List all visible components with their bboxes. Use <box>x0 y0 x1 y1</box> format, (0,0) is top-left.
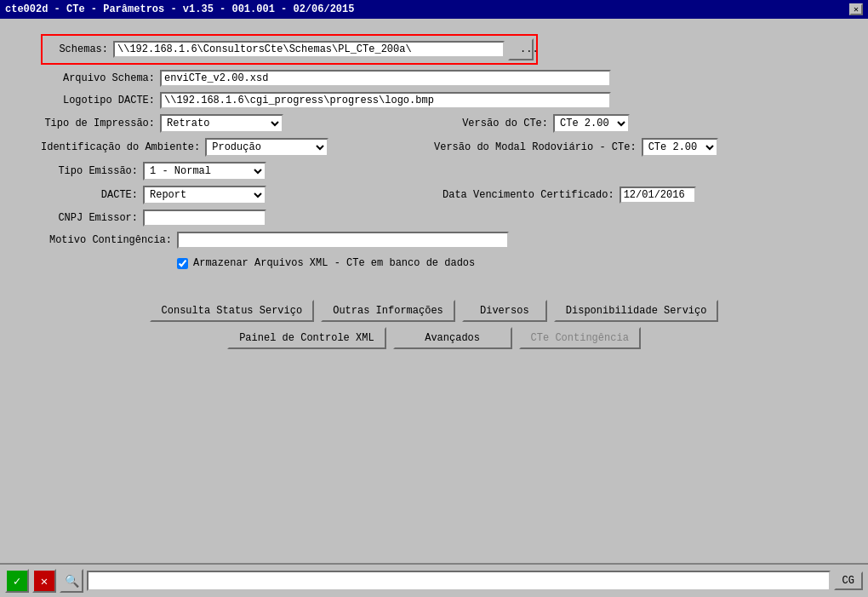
cnpj-input[interactable] <box>143 210 266 227</box>
logotipo-row: Logotipo DACTE: <box>41 92 827 109</box>
dacte-label: DACTE: <box>41 189 143 201</box>
close-button[interactable]: ✕ <box>849 3 863 15</box>
outras-informacoes-button[interactable]: Outras Informações <box>321 300 455 322</box>
tipo-impressao-col: Tipo de Impressão: Retrato Paisagem <box>41 114 425 133</box>
button-area: Consulta Status Serviço Outras Informaçõ… <box>41 300 827 349</box>
status-input[interactable] <box>87 571 831 591</box>
check-icon: ✓ <box>14 574 20 588</box>
schemas-row: Schemas: ... <box>41 34 827 65</box>
painel-controle-button[interactable]: Painel de Controle XML <box>227 327 385 349</box>
identificacao-row: Identificação do Ambiente: Produção Homo… <box>41 138 827 157</box>
schemas-browse-button[interactable]: ... <box>508 38 534 60</box>
form-panel: Schemas: ... Arquivo Schema: Logotipo DA… <box>7 26 861 556</box>
tipo-emissao-col: Tipo Emissão: 1 - Normal 2 - EPEC <box>41 162 827 181</box>
identificacao-select[interactable]: Produção Homologação <box>205 138 328 157</box>
versao-cte-col: Versão do CTe: CTe 2.00 CTe 3.00 <box>443 114 827 133</box>
search-icon: 🔍 <box>65 574 79 588</box>
tipo-emissao-label: Tipo Emissão: <box>41 165 143 177</box>
armazenar-xml-checkbox[interactable] <box>177 258 188 269</box>
identificacao-label: Identificação do Ambiente: <box>41 141 205 153</box>
cg-button[interactable]: CG <box>834 571 863 590</box>
armazenar-xml-label: Armazenar Arquivos XML - CTe em banco de… <box>193 257 475 269</box>
versao-cte-label: Versão do CTe: <box>443 118 553 129</box>
diversos-button[interactable]: Diversos <box>462 300 547 322</box>
cnpj-label: CNPJ Emissor: <box>41 212 143 224</box>
x-icon: ✕ <box>41 574 48 588</box>
schemas-label: Schemas: <box>45 43 113 55</box>
versao-cte-select[interactable]: CTe 2.00 CTe 3.00 <box>553 114 630 133</box>
data-vencimento-col: Data Vencimento Certificado: <box>443 187 827 204</box>
motivo-label: Motivo Contingência: <box>41 234 177 246</box>
tipo-emissao-select[interactable]: 1 - Normal 2 - EPEC <box>143 162 266 181</box>
dacte-row: DACTE: Report PDF Data Vencimento Certif… <box>41 186 827 204</box>
logotipo-label: Logotipo DACTE: <box>41 95 160 106</box>
identificacao-col: Identificação do Ambiente: Produção Homo… <box>41 138 434 157</box>
schemas-input[interactable] <box>113 41 505 58</box>
search-button[interactable]: 🔍 <box>60 569 83 593</box>
cnpj-row: CNPJ Emissor: <box>41 210 827 227</box>
arquivo-schema-input[interactable] <box>160 70 611 87</box>
versao-modal-select[interactable]: CTe 2.00 CTe 3.00 <box>642 138 718 157</box>
check-button[interactable]: ✓ <box>5 569 29 593</box>
motivo-row: Motivo Contingência: <box>41 232 827 249</box>
schemas-highlight: Schemas: ... <box>41 34 538 65</box>
tipo-impressao-row: Tipo de Impressão: Retrato Paisagem Vers… <box>41 114 827 133</box>
dacte-select[interactable]: Report PDF <box>143 186 266 204</box>
data-vencimento-label: Data Vencimento Certificado: <box>443 189 620 201</box>
arquivo-schema-row: Arquivo Schema: <box>41 70 827 87</box>
arquivo-schema-label: Arquivo Schema: <box>41 72 160 84</box>
cte-contingencia-button: CTe Contingência <box>519 327 641 349</box>
avancados-button[interactable]: Avançados <box>393 327 512 349</box>
versao-modal-label: Versão do Modal Rodoviário - CTe: <box>434 141 642 153</box>
tipo-impressao-label: Tipo de Impressão: <box>41 118 160 129</box>
button-row-1: Consulta Status Serviço Outras Informaçõ… <box>150 300 719 322</box>
motivo-input[interactable] <box>177 232 509 249</box>
checkbox-row: Armazenar Arquivos XML - CTe em banco de… <box>177 257 827 269</box>
title-bar: cte002d - CTe - Parâmetros - v1.35 - 001… <box>0 0 868 19</box>
logotipo-input[interactable] <box>160 92 611 109</box>
tipo-impressao-select[interactable]: Retrato Paisagem <box>160 114 283 133</box>
main-area: Schemas: ... Arquivo Schema: Logotipo DA… <box>0 19 868 563</box>
button-row-2: Painel de Controle XML Avançados CTe Con… <box>227 327 641 349</box>
dacte-col: DACTE: Report PDF <box>41 186 425 204</box>
window-title: cte002d - CTe - Parâmetros - v1.35 - 001… <box>5 3 354 15</box>
data-vencimento-input[interactable] <box>620 187 696 204</box>
consulta-status-button[interactable]: Consulta Status Serviço <box>150 300 315 322</box>
status-bar: ✓ ✕ 🔍 CG <box>0 563 868 597</box>
tipo-emissao-row: Tipo Emissão: 1 - Normal 2 - EPEC <box>41 162 827 181</box>
disponibilidade-button[interactable]: Disponibilidade Serviço <box>554 300 719 322</box>
x-button[interactable]: ✕ <box>32 569 56 593</box>
versao-modal-col: Versão do Modal Rodoviário - CTe: CTe 2.… <box>434 138 827 157</box>
